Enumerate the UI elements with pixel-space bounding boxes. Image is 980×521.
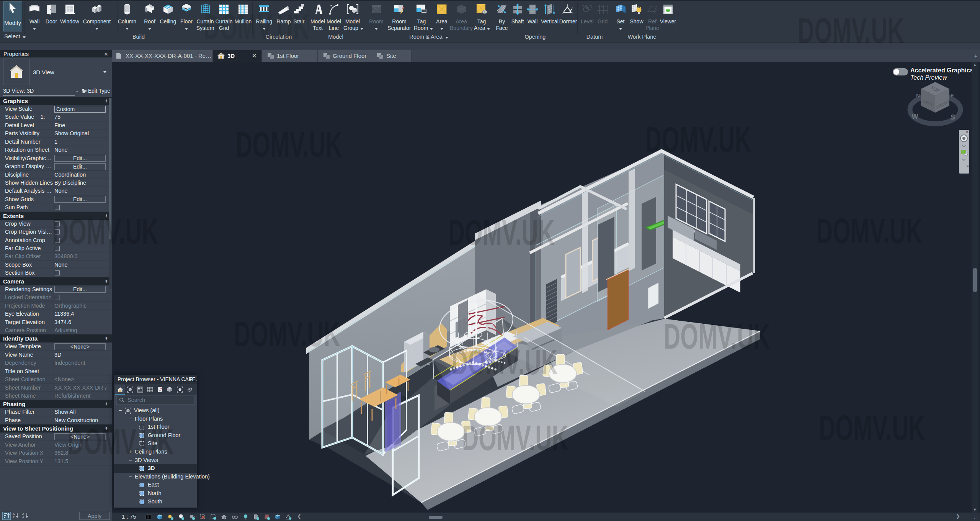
svg-text:A: A: [22, 516, 24, 519]
svg-text:Z: Z: [22, 512, 24, 516]
svg-text:N: N: [916, 93, 920, 98]
svg-text:W: W: [912, 113, 918, 120]
svg-text:Z: Z: [13, 516, 15, 519]
svg-text:S: S: [951, 113, 955, 121]
svg-text:A: A: [13, 512, 15, 516]
svg-text:E: E: [951, 93, 954, 98]
